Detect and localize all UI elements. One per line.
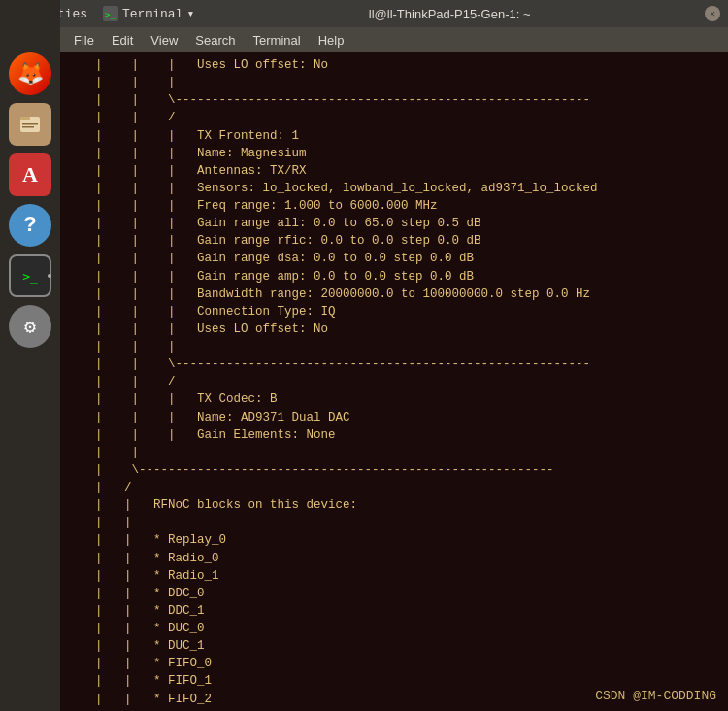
dock-icon-settings[interactable]: ⚙ — [9, 305, 51, 348]
files-icon — [17, 111, 44, 138]
svg-rect-5 — [22, 126, 34, 128]
menu-view[interactable]: View — [143, 31, 185, 50]
firefox-icon: 🦊 — [17, 61, 44, 87]
menu-edit[interactable]: Edit — [104, 31, 141, 50]
settings-icon: ⚙ — [24, 315, 36, 339]
svg-text:>_: >_ — [105, 10, 116, 19]
window-title: ll@ll-ThinkPad-P15-Gen-1: ~ — [206, 7, 693, 21]
terminal-menu-arrow: ▾ — [186, 6, 194, 21]
watermark: CSDN @IM-CODDING — [595, 689, 716, 703]
dock-icon-software[interactable]: A — [9, 153, 51, 196]
menu-file[interactable]: File — [66, 31, 102, 50]
terminal-output: | | | Uses LO offset: No | | | | | \----… — [60, 52, 728, 711]
help-icon: ? — [23, 214, 36, 238]
menu-bar: File Edit View Search Terminal Help — [60, 27, 728, 52]
menu-help[interactable]: Help — [311, 31, 352, 50]
terminal-label: Terminal — [122, 7, 182, 21]
terminal-taskbar-icon: >_ — [103, 6, 118, 21]
terminal-window[interactable]: | | | Uses LO offset: No | | | | | \----… — [60, 52, 728, 711]
software-icon: A — [22, 162, 38, 187]
svg-rect-3 — [20, 117, 30, 120]
dock-icon-terminal[interactable]: >_ — [9, 254, 51, 297]
dock-icon-help[interactable]: ? — [9, 204, 51, 247]
menu-terminal[interactable]: Terminal — [246, 31, 309, 50]
system-bar: Activities >_ Terminal ▾ ll@ll-ThinkPad-… — [0, 0, 728, 27]
dock-icon-files[interactable] — [9, 103, 51, 146]
close-button[interactable]: ✕ — [705, 6, 720, 21]
svg-rect-4 — [22, 123, 38, 125]
active-indicator — [48, 274, 51, 278]
menu-search[interactable]: Search — [187, 31, 243, 50]
dock-icon-firefox[interactable]: 🦊 — [9, 52, 51, 95]
dock: 🦊 A ? >_ ⚙ — [0, 0, 60, 711]
terminal-dock-icon: >_ — [22, 269, 38, 284]
terminal-menu[interactable]: >_ Terminal ▾ — [103, 6, 194, 21]
